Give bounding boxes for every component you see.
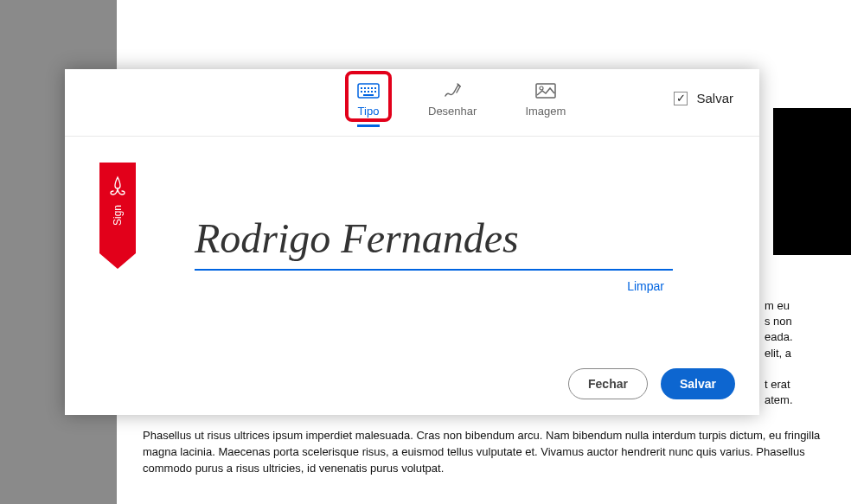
checkbox-icon[interactable]: ✓ bbox=[674, 92, 688, 105]
tab-type-label: Tipo bbox=[358, 105, 380, 118]
svg-rect-6 bbox=[361, 91, 362, 93]
svg-point-13 bbox=[540, 86, 543, 90]
signature-text[interactable]: Rodrigo Fernandes bbox=[195, 214, 673, 271]
svg-rect-3 bbox=[368, 87, 369, 89]
save-checkbox-group[interactable]: ✓ Salvar bbox=[674, 78, 733, 105]
svg-rect-5 bbox=[374, 87, 376, 89]
keyboard-icon bbox=[357, 82, 380, 99]
signature-input-area[interactable]: Rodrigo Fernandes Limpar bbox=[195, 214, 673, 293]
svg-rect-2 bbox=[364, 87, 366, 89]
svg-rect-1 bbox=[361, 87, 362, 89]
pen-icon bbox=[441, 82, 464, 99]
signature-tabs: Tipo Desenhar bbox=[350, 78, 573, 126]
tab-image-label: Imagem bbox=[525, 105, 566, 118]
adobe-acrobat-icon bbox=[109, 175, 126, 196]
bg-text-fragment: m eu s non eada. elit, a t erat atem. bbox=[765, 298, 851, 408]
svg-rect-10 bbox=[374, 91, 376, 93]
svg-rect-7 bbox=[364, 91, 366, 93]
svg-rect-4 bbox=[371, 87, 373, 89]
close-button[interactable]: Fechar bbox=[568, 368, 648, 399]
bg-paragraph-2: Phasellus ut risus ultrices ipsum imperd… bbox=[143, 428, 825, 477]
tab-type[interactable]: Tipo bbox=[350, 78, 387, 126]
save-checkbox-label: Salvar bbox=[696, 91, 733, 105]
save-button[interactable]: Salvar bbox=[661, 368, 735, 399]
dialog-body: Sign Rodrigo Fernandes Limpar bbox=[65, 137, 759, 353]
svg-rect-11 bbox=[363, 94, 374, 96]
tab-draw-label: Desenhar bbox=[428, 105, 477, 118]
adobe-sign-flag: Sign bbox=[99, 163, 136, 275]
background-dark-panel bbox=[773, 108, 851, 255]
tab-image[interactable]: Imagem bbox=[518, 78, 573, 126]
clear-link[interactable]: Limpar bbox=[195, 279, 673, 293]
dialog-header: Tipo Desenhar bbox=[65, 69, 759, 137]
signature-dialog: Tipo Desenhar bbox=[65, 69, 759, 415]
flag-sign-label: Sign bbox=[112, 205, 124, 226]
svg-rect-8 bbox=[368, 91, 369, 93]
tab-draw[interactable]: Desenhar bbox=[421, 78, 483, 126]
dialog-footer: Fechar Salvar bbox=[65, 353, 759, 415]
image-icon bbox=[534, 82, 557, 99]
svg-rect-9 bbox=[371, 91, 373, 93]
